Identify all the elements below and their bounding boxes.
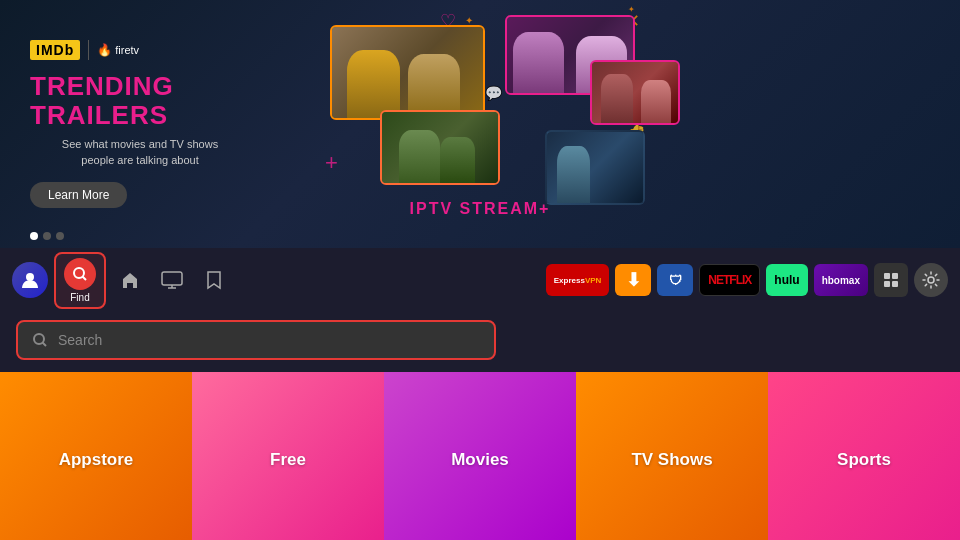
svg-rect-9 bbox=[892, 281, 898, 287]
flame-icon: 🔥 bbox=[97, 43, 112, 57]
find-label: Find bbox=[70, 292, 89, 303]
search-container: Search bbox=[0, 312, 960, 372]
hero-subtitle: See what movies and TV shows people are … bbox=[30, 137, 250, 168]
adguard-app[interactable]: 🛡 bbox=[657, 264, 693, 296]
movies-tile[interactable]: Movies bbox=[384, 372, 576, 540]
dot-2[interactable] bbox=[43, 232, 51, 240]
thumbnail-1 bbox=[330, 25, 485, 120]
svg-line-2 bbox=[83, 276, 87, 280]
dot-3[interactable] bbox=[56, 232, 64, 240]
thumbnail-5 bbox=[545, 130, 645, 205]
sports-tile[interactable]: Sports bbox=[768, 372, 960, 540]
tvshows-tile[interactable]: TV Shows bbox=[576, 372, 768, 540]
downloader-app[interactable]: ⬇ bbox=[615, 264, 651, 296]
dot-1[interactable] bbox=[30, 232, 38, 240]
thumbnail-3 bbox=[380, 110, 500, 185]
sparkle-icon-2: ✦ bbox=[628, 5, 635, 14]
svg-line-12 bbox=[43, 343, 47, 347]
netflix-app[interactable]: NETFLIX bbox=[699, 264, 760, 296]
category-grid: Appstore Free Movies TV Shows Sports bbox=[0, 372, 960, 540]
hero-banner: IMDb 🔥 firetv TRENDING TRAILERS See what… bbox=[0, 0, 960, 248]
movies-label: Movies bbox=[451, 450, 509, 470]
settings-button[interactable] bbox=[914, 263, 948, 297]
learn-more-button[interactable]: Learn More bbox=[30, 182, 127, 208]
brand-logo: IMDb 🔥 firetv bbox=[30, 40, 250, 60]
search-placeholder-text: Search bbox=[58, 332, 102, 348]
app-shortcuts: ExpressVPN ⬇ 🛡 NETFLIX hulu hbomax bbox=[546, 264, 868, 296]
plus-icon: + bbox=[325, 150, 338, 176]
svg-rect-7 bbox=[892, 273, 898, 279]
tv-button[interactable] bbox=[154, 262, 190, 298]
bookmark-button[interactable] bbox=[196, 262, 232, 298]
svg-rect-6 bbox=[884, 273, 890, 279]
search-magnifier-icon bbox=[32, 332, 48, 348]
sports-label: Sports bbox=[837, 450, 891, 470]
appstore-tile[interactable]: Appstore bbox=[0, 372, 192, 540]
hero-thumbnails: ♡ + ✕ 💬 ✦ ✦ 👍 bbox=[280, 0, 960, 248]
search-icon bbox=[64, 258, 96, 290]
thumbnail-4 bbox=[590, 60, 680, 125]
svg-point-10 bbox=[928, 277, 934, 283]
svg-point-0 bbox=[26, 273, 34, 281]
svg-rect-8 bbox=[884, 281, 890, 287]
logo-divider bbox=[88, 40, 89, 60]
hbomax-app[interactable]: hbomax bbox=[814, 264, 868, 296]
apps-grid-button[interactable] bbox=[874, 263, 908, 297]
trending-title: TRENDING TRAILERS bbox=[30, 72, 250, 129]
slide-indicators bbox=[30, 232, 64, 240]
hero-left: IMDb 🔥 firetv TRENDING TRAILERS See what… bbox=[0, 20, 280, 228]
hulu-app[interactable]: hulu bbox=[766, 264, 807, 296]
appstore-label: Appstore bbox=[59, 450, 134, 470]
tvshows-label: TV Shows bbox=[631, 450, 712, 470]
home-button[interactable] bbox=[112, 262, 148, 298]
navigation-bar: Find ExpressVPN ⬇ 🛡 NETFLIX hulu hbomax bbox=[0, 248, 960, 312]
message-icon: 💬 bbox=[485, 85, 502, 101]
expressvpn-app[interactable]: ExpressVPN bbox=[546, 264, 610, 296]
search-bar[interactable]: Search bbox=[16, 320, 496, 360]
find-button[interactable]: Find bbox=[54, 252, 106, 309]
svg-rect-3 bbox=[162, 272, 182, 285]
firetv-logo: 🔥 firetv bbox=[97, 43, 139, 57]
imdb-logo: IMDb bbox=[30, 40, 80, 60]
free-tile[interactable]: Free bbox=[192, 372, 384, 540]
free-label: Free bbox=[270, 450, 306, 470]
user-avatar[interactable] bbox=[12, 262, 48, 298]
